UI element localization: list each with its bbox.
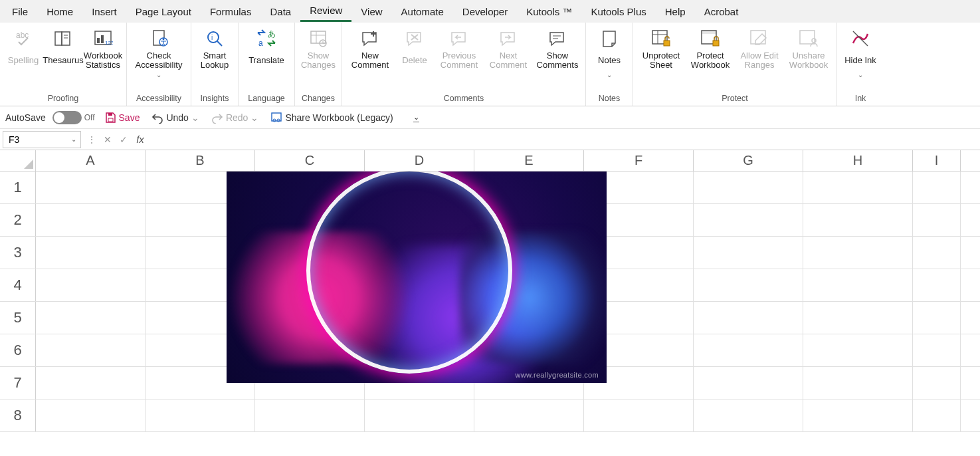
column-header[interactable]: E — [474, 150, 584, 171]
row-header[interactable]: 8 — [0, 399, 36, 431]
hide-ink-button[interactable]: Hide Ink ⌄ — [841, 25, 880, 78]
row-header[interactable]: 2 — [0, 204, 36, 236]
cell[interactable] — [474, 399, 584, 431]
row-header[interactable]: 1 — [0, 171, 36, 203]
cell[interactable] — [913, 334, 961, 366]
column-header[interactable]: A — [36, 150, 146, 171]
next-comment-button: Next Comment — [484, 25, 532, 70]
chevron-down-icon[interactable]: ⌄ — [71, 136, 76, 143]
embedded-picture[interactable]: www.reallygreatsite.com — [227, 171, 607, 383]
cell[interactable] — [365, 399, 474, 431]
menu-item-kutools-plus[interactable]: Kutools Plus — [581, 2, 655, 21]
cell[interactable] — [36, 171, 146, 203]
column-header[interactable]: B — [146, 150, 255, 171]
cell[interactable] — [694, 334, 803, 366]
thesaurus-button[interactable]: Thesaurus — [44, 25, 82, 70]
group-ink: Hide Ink ⌄ Ink — [837, 23, 884, 106]
column-header[interactable]: C — [255, 150, 365, 171]
svg-point-36 — [812, 39, 816, 43]
cell[interactable] — [803, 237, 913, 269]
cell[interactable] — [913, 302, 961, 334]
column-header[interactable]: H — [803, 150, 913, 171]
menu-item-developer[interactable]: Developer — [453, 2, 517, 21]
cell[interactable] — [694, 367, 803, 399]
row-header[interactable]: 3 — [0, 237, 36, 269]
cell[interactable] — [913, 367, 961, 399]
notes-button[interactable]: Notes ⌄ — [590, 25, 629, 78]
row-header[interactable]: 6 — [0, 334, 36, 366]
translate-button[interactable]: あa Translate — [243, 25, 290, 70]
select-all-corner[interactable] — [0, 150, 36, 171]
smart-lookup-button[interactable]: i Smart Lookup — [195, 25, 234, 70]
unprotect-sheet-button[interactable]: Unprotect Sheet — [637, 25, 685, 70]
cell[interactable] — [803, 171, 913, 203]
cell[interactable] — [584, 399, 694, 431]
formula-input[interactable] — [149, 131, 980, 148]
fx-icon[interactable]: fx — [132, 134, 149, 145]
cell[interactable] — [36, 302, 146, 334]
row-header[interactable]: 5 — [0, 302, 36, 334]
translate-label: Translate — [248, 51, 284, 70]
cell[interactable] — [803, 204, 913, 236]
menu-item-home[interactable]: Home — [37, 2, 82, 21]
row-header[interactable]: 7 — [0, 367, 36, 399]
cell[interactable] — [803, 399, 913, 431]
menu-item-formulas[interactable]: Formulas — [201, 2, 261, 21]
menu-item-view[interactable]: View — [351, 2, 391, 21]
menu-item-acrobat[interactable]: Acrobat — [695, 2, 748, 21]
column-header[interactable]: G — [694, 150, 803, 171]
cell[interactable] — [913, 171, 961, 203]
column-header[interactable]: I — [913, 150, 961, 171]
protect-workbook-button[interactable]: Protect Workbook — [686, 25, 734, 70]
menu-item-data[interactable]: Data — [260, 2, 300, 21]
cell[interactable] — [913, 399, 961, 431]
check-accessibility-button[interactable]: Check Accessibility ⌄ — [131, 25, 187, 78]
cell[interactable] — [803, 334, 913, 366]
chevron-down-icon[interactable]: ⌄ — [191, 112, 199, 123]
save-button[interactable]: Save — [102, 110, 143, 125]
cell[interactable] — [913, 237, 961, 269]
cell[interactable] — [803, 302, 913, 334]
menu-item-file[interactable]: File — [3, 2, 37, 21]
share-workbook-button[interactable]: Share Workbook (Legacy) — [268, 110, 395, 125]
name-box[interactable]: F3 ⌄ — [3, 131, 81, 148]
allow-edit-ranges-icon — [749, 28, 770, 49]
menu-item-kutools[interactable]: Kutools ™ — [517, 2, 581, 21]
cell[interactable] — [694, 237, 803, 269]
cell[interactable] — [36, 269, 146, 301]
cell[interactable] — [913, 269, 961, 301]
cell[interactable] — [694, 302, 803, 334]
formula-more-icon[interactable]: ⋮ — [84, 134, 100, 145]
cell[interactable] — [146, 399, 255, 431]
menu-item-help[interactable]: Help — [656, 2, 695, 21]
workbook-statistics-label: Workbook Statistics — [84, 51, 122, 70]
cell[interactable] — [694, 171, 803, 203]
cell[interactable] — [36, 237, 146, 269]
show-comments-button[interactable]: Show Comments — [534, 25, 581, 70]
enter-formula-icon: ✓ — [116, 134, 132, 145]
new-comment-button[interactable]: New Comment — [346, 25, 394, 70]
cell[interactable] — [36, 399, 146, 431]
cell[interactable] — [913, 204, 961, 236]
cell[interactable] — [694, 204, 803, 236]
menu-item-automate[interactable]: Automate — [392, 2, 453, 21]
qat-customize-button[interactable]: ⌄ — [411, 112, 422, 124]
column-header[interactable]: D — [365, 150, 474, 171]
undo-button[interactable]: Undo ⌄ — [149, 110, 201, 125]
cell[interactable] — [694, 269, 803, 301]
autosave-toggle[interactable] — [52, 111, 82, 124]
menu-item-insert[interactable]: Insert — [82, 2, 126, 21]
row-header[interactable]: 4 — [0, 269, 36, 301]
menu-item-page-layout[interactable]: Page Layout — [126, 2, 201, 21]
menu-item-review[interactable]: Review — [300, 1, 351, 22]
column-header[interactable]: F — [584, 150, 694, 171]
workbook-statistics-button[interactable]: 123 Workbook Statistics — [84, 25, 122, 70]
cell[interactable] — [694, 399, 803, 431]
cell[interactable] — [36, 334, 146, 366]
cell[interactable] — [36, 367, 146, 399]
cell[interactable] — [36, 204, 146, 236]
cell[interactable] — [255, 399, 365, 431]
cell[interactable] — [803, 367, 913, 399]
cell[interactable] — [803, 269, 913, 301]
svg-text:123: 123 — [105, 40, 113, 46]
